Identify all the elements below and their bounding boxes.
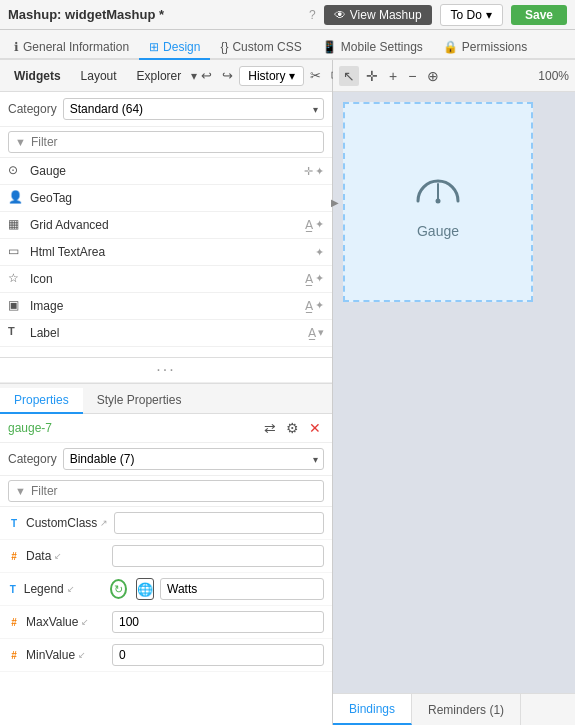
add-to-canvas-icon[interactable]: A̲: [305, 272, 313, 286]
property-value-legend[interactable]: Watts: [160, 578, 324, 600]
tab-layout[interactable]: Layout: [71, 65, 127, 87]
history-button[interactable]: History ▾: [239, 66, 303, 86]
prop-category-select[interactable]: Bindable (7): [63, 448, 324, 470]
bottom-tabs: Bindings Reminders (1): [333, 693, 575, 725]
list-item[interactable]: ▦ Grid Advanced A̲ ✦: [0, 212, 332, 239]
canvas-area[interactable]: ▶ Gauge: [333, 92, 575, 693]
gauge-icon: ⊙: [8, 163, 24, 179]
list-item[interactable]: 👤 GeoTag: [0, 185, 332, 212]
property-list: T CustomClass ↗ # Data ↙: [0, 507, 332, 672]
save-button[interactable]: Save: [511, 5, 567, 25]
widget-item-actions: ✦: [315, 246, 324, 259]
share-button[interactable]: ⇄: [261, 419, 279, 437]
property-value-customclass[interactable]: [114, 512, 324, 534]
move-tool-button[interactable]: ✛: [362, 66, 382, 86]
property-item-legend: T Legend ↙ ↻ 🌐 Watts: [0, 573, 332, 606]
list-item[interactable]: ⊙ Gauge ✛ ✦: [0, 158, 332, 185]
property-item-maxvalue: # MaxValue ↙ 100: [0, 606, 332, 639]
refresh-button[interactable]: ↻: [110, 579, 127, 599]
widget-item-actions: A̲ ✦: [305, 299, 324, 313]
todo-button[interactable]: To Do ▾: [440, 4, 503, 26]
tab-general-information[interactable]: ℹ General Information: [4, 36, 139, 60]
list-item[interactable]: T Label A̲ ▾: [0, 320, 332, 347]
circle-plus-button[interactable]: ⊕: [423, 66, 443, 86]
tab-design[interactable]: ⊞ Design: [139, 36, 210, 60]
gauge-canvas-icon: [413, 166, 463, 215]
redo-button[interactable]: ↪: [218, 66, 237, 85]
category-select[interactable]: Standard (64): [63, 98, 324, 120]
list-item[interactable]: ▣ Image A̲ ✦: [0, 293, 332, 320]
link-icon: ↙: [78, 650, 86, 660]
property-widget-actions: ⇄ ⚙ ✕: [261, 419, 324, 437]
type-prefix-number-icon: #: [8, 551, 20, 562]
undo-button[interactable]: ↩: [197, 66, 216, 85]
tab-style-properties[interactable]: Style Properties: [83, 388, 196, 414]
lock-icon: 🔒: [443, 40, 458, 54]
arrow-tool-button[interactable]: ↖: [339, 66, 359, 86]
list-item[interactable]: ▭ Html TextArea ✦: [0, 239, 332, 266]
property-tabs: Properties Style Properties: [0, 384, 332, 414]
property-value-maxvalue[interactable]: 100: [112, 611, 324, 633]
property-name-minvalue: MinValue ↙: [26, 648, 106, 662]
delete-button[interactable]: ✕: [306, 419, 324, 437]
svg-point-1: [436, 198, 441, 203]
list-item[interactable]: ☆ Icon A̲ ✦: [0, 266, 332, 293]
view-mashup-button[interactable]: 👁 View Mashup: [324, 5, 432, 25]
widget-item-actions: A̲ ▾: [308, 326, 324, 340]
left-panel: Widgets Layout Explorer ▾ ↩ ↪ History ▾ …: [0, 60, 333, 725]
property-name-maxvalue: MaxValue ↙: [26, 615, 106, 629]
move-icon[interactable]: ✦: [315, 246, 324, 259]
move-icon[interactable]: ✦: [315, 272, 324, 286]
icon-widget-icon: ☆: [8, 271, 24, 287]
add-to-canvas-icon[interactable]: ✛: [304, 165, 313, 178]
help-icon[interactable]: ?: [309, 8, 316, 22]
mobile-icon: 📱: [322, 40, 337, 54]
settings-button[interactable]: ⚙: [283, 419, 302, 437]
category-row: Category Standard (64) ▾: [0, 92, 332, 127]
add-to-canvas-icon[interactable]: A̲: [305, 299, 313, 313]
property-value-minvalue[interactable]: 0: [112, 644, 324, 666]
tab-explorer[interactable]: Explorer: [127, 65, 192, 87]
type-prefix-number-icon: #: [8, 617, 20, 628]
property-category-row: Category Bindable (7) ▾: [0, 443, 332, 476]
type-prefix-number-icon: #: [8, 650, 20, 661]
tab-permissions[interactable]: 🔒 Permissions: [433, 36, 537, 60]
canvas-widget-gauge[interactable]: Gauge: [343, 102, 533, 302]
widget-filter-input[interactable]: [31, 135, 317, 149]
property-item-customclass: T CustomClass ↗: [0, 507, 332, 540]
filter-icon: ▼: [15, 136, 26, 148]
tab-widgets[interactable]: Widgets: [4, 65, 71, 87]
globe-button[interactable]: 🌐: [136, 578, 154, 600]
link-icon: ↗: [100, 518, 108, 528]
add-tool-button[interactable]: +: [385, 66, 401, 86]
move-icon[interactable]: ✦: [315, 218, 324, 232]
type-prefix-text-icon: T: [8, 584, 18, 595]
main-layout: Widgets Layout Explorer ▾ ↩ ↪ History ▾ …: [0, 60, 575, 725]
property-filter-input[interactable]: [31, 484, 317, 498]
subtract-tool-button[interactable]: −: [404, 66, 420, 86]
tab-properties[interactable]: Properties: [0, 388, 83, 414]
cut-button[interactable]: ✂: [306, 66, 325, 85]
move-icon[interactable]: ✦: [315, 299, 324, 313]
tab-reminders[interactable]: Reminders (1): [412, 694, 521, 725]
property-name-data: Data ↙: [26, 549, 106, 563]
tab-bindings[interactable]: Bindings: [333, 694, 412, 725]
htmltextarea-icon: ▭: [8, 244, 24, 260]
property-value-data[interactable]: [112, 545, 324, 567]
tab-custom-css[interactable]: {} Custom CSS: [210, 36, 311, 60]
move-icon[interactable]: ✦: [315, 165, 324, 178]
chevron-down-icon: ▾: [486, 8, 492, 22]
property-name-legend: Legend ↙: [24, 582, 104, 596]
add-to-canvas-icon[interactable]: A̲: [305, 218, 313, 232]
widget-item-actions: ✛ ✦: [304, 165, 324, 178]
move-icon[interactable]: ▾: [318, 326, 324, 340]
tab-mobile-settings[interactable]: 📱 Mobile Settings: [312, 36, 433, 60]
add-to-canvas-icon[interactable]: A̲: [308, 326, 316, 340]
label-icon: T: [8, 325, 24, 341]
property-widget-header: gauge-7 ⇄ ⚙ ✕: [0, 414, 332, 443]
app-title: Mashup: widgetMashup *: [8, 7, 301, 22]
link-icon: ↙: [54, 551, 62, 561]
widget-toolbar: Widgets Layout Explorer ▾ ↩ ↪ History ▾ …: [0, 60, 332, 92]
prop-category-select-wrapper: Bindable (7) ▾: [63, 448, 324, 470]
right-panel: ↖ ✛ + − ⊕ 100% ▶ Gauge: [333, 60, 575, 725]
